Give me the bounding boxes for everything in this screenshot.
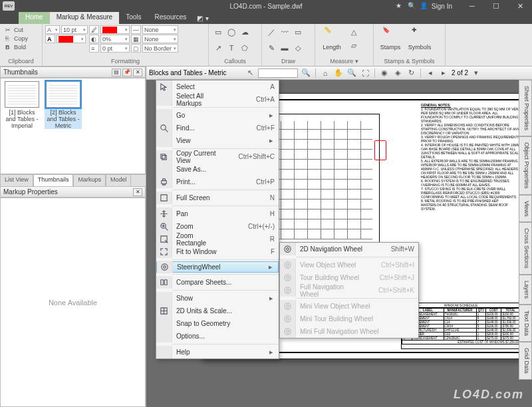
callout-text-icon[interactable]: T — [226, 43, 237, 53]
next-page-icon[interactable]: ▸ — [438, 68, 449, 78]
linecolor-button[interactable]: 🖉 — [89, 25, 99, 34]
border-icon[interactable]: ▢ — [131, 44, 141, 53]
linetype-combo[interactable]: None▾ — [142, 25, 178, 34]
callout-arrow-icon[interactable]: ↗ — [213, 43, 223, 53]
canvas-search-input[interactable] — [258, 68, 298, 78]
menu-item-steeringwheel[interactable]: SteeringWheel▶ — [156, 261, 279, 273]
panel-layout-icon[interactable]: ▤ — [112, 68, 121, 76]
menu-item-copy-current-view[interactable]: Copy Current ViewCtrl+Shift+C — [156, 150, 279, 163]
context-menu-steering-wheel[interactable]: 2D Navigation WheelShift+WView Object Wh… — [279, 242, 419, 339]
orbit-icon[interactable]: ↻ — [406, 68, 416, 78]
font-combo[interactable]: A▾ — [45, 25, 60, 34]
left-tab-markups[interactable]: Markups — [73, 175, 106, 186]
view-cube-icon[interactable]: ◈ — [392, 68, 403, 78]
tab-markup-measure[interactable]: Markup & Measure — [50, 12, 119, 24]
menu-item-pan[interactable]: PanH — [156, 207, 279, 220]
tab-tools[interactable]: Tools — [119, 12, 148, 24]
bold-button[interactable]: BBold — [3, 43, 31, 51]
thumbnail-1[interactable]: [1] Blocks and Tables - Imperial — [3, 81, 41, 171]
fontsize-combo[interactable]: 10 pt▾ — [61, 25, 88, 34]
menu-item-2d-navigation-wheel[interactable]: 2D Navigation WheelShift+W — [280, 243, 418, 255]
menu-item-find-[interactable]: Find...Ctrl+F — [156, 122, 279, 134]
measure-area-icon[interactable]: ▱ — [348, 40, 359, 51]
menu-item-2d-units-scale-[interactable]: 2D Units & Scale... — [156, 305, 279, 317]
fill-combo[interactable]: None▾ — [142, 35, 178, 43]
sidetab-views[interactable]: Views — [519, 195, 532, 223]
prev-page-icon[interactable]: ◂ — [425, 68, 436, 78]
tab-home[interactable]: Home — [19, 12, 50, 24]
left-tab-model[interactable]: Model — [106, 175, 132, 186]
left-tab-listview[interactable]: List View — [0, 175, 33, 186]
callout-rect-icon[interactable]: ▭ — [213, 27, 223, 37]
draw-polyline-icon[interactable]: 〰 — [279, 27, 290, 37]
menu-item-save-as-[interactable]: Save As... — [156, 163, 279, 176]
star-icon[interactable]: ★ — [396, 2, 404, 10]
menu-item-help[interactable]: Help▶ — [156, 346, 279, 358]
menu-item-show[interactable]: Show▶ — [156, 292, 279, 305]
search-icon[interactable]: 🔍 — [301, 68, 311, 78]
draw-shape-icon[interactable]: ◇ — [293, 43, 303, 53]
sign-in-link[interactable]: Sign In — [432, 3, 452, 10]
measure-group-title[interactable]: Measure ▾ — [318, 57, 370, 65]
measure-poly-icon[interactable]: △ — [348, 27, 359, 37]
sidetab-sheet-properties[interactable]: Sheet Properties — [519, 80, 532, 136]
page-dropdown-icon[interactable]: ▾ — [471, 68, 481, 78]
thumbnail-2[interactable]: [2] Blocks and Tables - Metric — [45, 81, 82, 171]
callout-poly-icon[interactable]: ⬠ — [239, 43, 250, 53]
draw-rect-icon[interactable]: ▭ — [293, 27, 303, 37]
menu-item-zoom[interactable]: ZoomCtrl+(+/-) — [156, 220, 279, 233]
copy-button[interactable]: ⎘Copy — [3, 34, 31, 43]
linetype-icon[interactable]: — — [131, 25, 141, 34]
border-combo[interactable]: No Border▾ — [142, 44, 178, 53]
menu-item-zoom-rectangle[interactable]: Zoom RectangleR — [156, 233, 279, 245]
zoom-in-icon[interactable]: 🔍 — [408, 2, 416, 10]
draw-line-icon[interactable]: ／ — [266, 27, 277, 37]
menu-item-snap-to-geometry[interactable]: Snap to Geometry — [156, 317, 279, 330]
sidetab-cross-sections[interactable]: Cross Sections — [519, 222, 532, 275]
menu-item-options-[interactable]: Options... — [156, 330, 279, 342]
panel-pin-icon[interactable]: 📌 — [122, 68, 132, 76]
sidetab-layers[interactable]: Layers — [519, 275, 532, 305]
minimize-button[interactable]: ─ — [460, 0, 484, 12]
opacity-icon[interactable]: ◐ — [89, 35, 99, 43]
cut-button[interactable]: ✂Cut — [3, 25, 31, 34]
menu-item-print-[interactable]: Print...Ctrl+P — [156, 176, 279, 188]
left-tab-thumbnails[interactable]: Thumbnails — [33, 175, 74, 186]
close-button[interactable]: ✕ — [508, 0, 532, 12]
sidetab-object-properties[interactable]: Object Properties — [519, 136, 532, 195]
maximize-button[interactable]: ☐ — [484, 0, 508, 12]
length-button[interactable]: 📏 Length — [318, 25, 346, 57]
menu-item-fit-to-window[interactable]: Fit to WindowF — [156, 245, 279, 258]
menu-item-go[interactable]: Go▶ — [156, 109, 279, 122]
menu-item-compare-sheets-[interactable]: Compare Sheets... — [156, 276, 279, 289]
draw-freehand-icon[interactable]: ✎ — [266, 43, 277, 53]
panel-close-icon[interactable]: ✕ — [133, 68, 142, 76]
opacity-combo[interactable]: 0%▾ — [100, 35, 130, 43]
stamps-button[interactable]: 🔖 Stamps — [376, 25, 404, 57]
callout-cloud-icon[interactable]: ☁ — [239, 27, 250, 37]
tab-resources[interactable]: Resources — [148, 12, 194, 24]
fontcolor-button[interactable]: A — [45, 35, 55, 43]
pan-tool-icon[interactable]: ✋ — [333, 68, 344, 78]
home-icon[interactable]: ⌂ — [320, 68, 331, 78]
fontcolor-swatch[interactable]: ▾ — [57, 35, 86, 43]
markup-redbox-1[interactable] — [374, 140, 386, 160]
symbols-button[interactable]: ✚ Symbols — [406, 25, 434, 57]
menu-item-select[interactable]: SelectA — [156, 80, 279, 93]
more-icon[interactable]: ▾ — [205, 15, 209, 22]
menu-item-select-all-markups[interactable]: Select All MarkupsCtrl+A — [156, 93, 279, 106]
fill-icon[interactable]: ▦ — [131, 35, 141, 43]
weight-icon[interactable]: ≡ — [89, 44, 99, 53]
context-menu-main[interactable]: SelectASelect All MarkupsCtrl+AGo▶Find..… — [156, 80, 279, 359]
zoom-tool-icon[interactable]: 🔍 — [346, 68, 357, 78]
markup-close-icon[interactable]: ✕ — [133, 188, 142, 196]
linecolor-swatch[interactable]: ▾ — [100, 25, 130, 34]
zoom-extents-icon[interactable]: ⛶ — [360, 68, 370, 78]
menu-item-full-screen[interactable]: Full ScreenN — [156, 192, 279, 204]
steering-wheel-icon[interactable]: ◉ — [379, 68, 390, 78]
callout-ellipse-icon[interactable]: ◯ — [226, 27, 237, 37]
draw-highlight-icon[interactable]: ▬ — [279, 43, 290, 53]
sidetab-text-data[interactable]: Text Data — [519, 305, 532, 342]
plugins-icon[interactable]: ◩ — [197, 15, 203, 22]
sidetab-grid-data[interactable]: Grid Data — [519, 342, 532, 380]
